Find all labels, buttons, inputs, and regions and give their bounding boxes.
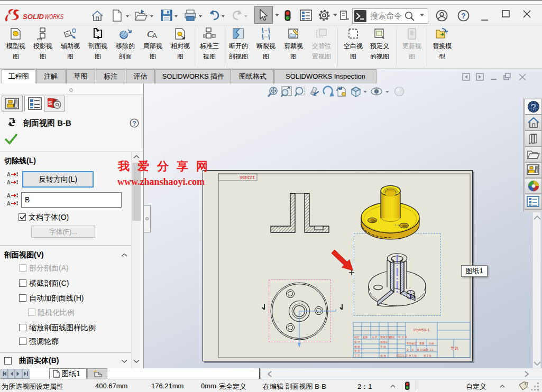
svg-text:2022.5.12: 2022.5.12: [396, 354, 408, 357]
svg-text:校 核: 校 核: [354, 346, 360, 348]
svg-text:B: B: [417, 349, 419, 351]
svg-text:1-1: 1-1: [394, 223, 399, 227]
svg-text:A: A: [7, 180, 11, 185]
svg-text:签 名: 签 名: [389, 336, 395, 339]
svg-text:重量: 重量: [419, 342, 425, 345]
svg-text:Hpb59-1: Hpb59-1: [414, 328, 430, 332]
svg-text:A: A: [7, 172, 11, 178]
svg-text:批 准: 批 准: [380, 354, 386, 358]
svg-text:A: A: [152, 32, 157, 40]
svg-text:0.0508: 0.0508: [420, 349, 428, 351]
svg-text:导轨: 导轨: [451, 346, 459, 351]
svg-text:WORKS: WORKS: [44, 13, 63, 21]
svg-text:阶段标记: 阶段标记: [407, 342, 417, 346]
svg-text:标准化: 标准化: [380, 341, 388, 344]
svg-text:A: A: [7, 193, 11, 199]
svg-text:设 计: 设 计: [354, 340, 360, 343]
svg-text:?: ?: [461, 12, 466, 20]
svg-text:年 月 日: 年 月 日: [398, 336, 407, 339]
svg-text:第 1 张: 第 1 张: [424, 354, 431, 358]
svg-text:审 定: 审 定: [354, 349, 360, 353]
svg-text:共 1 张: 共 1 张: [409, 354, 417, 358]
svg-text:审 核: 审 核: [380, 345, 386, 348]
svg-text:分 区: 分 区: [372, 336, 378, 339]
svg-text:标记: 标记: [354, 336, 360, 339]
svg-text:比例: 比例: [429, 342, 434, 346]
svg-text:工 艺: 工 艺: [354, 354, 360, 357]
svg-text:S: S: [407, 349, 408, 351]
svg-text:A: A: [412, 349, 414, 351]
svg-text:处数: 处数: [363, 335, 368, 339]
svg-text:S: S: [48, 100, 52, 106]
svg-text:A: A: [7, 201, 11, 207]
svg-text:2:1: 2:1: [430, 349, 434, 351]
svg-text:SOLID: SOLID: [23, 13, 44, 21]
svg-text:?: ?: [132, 120, 136, 127]
